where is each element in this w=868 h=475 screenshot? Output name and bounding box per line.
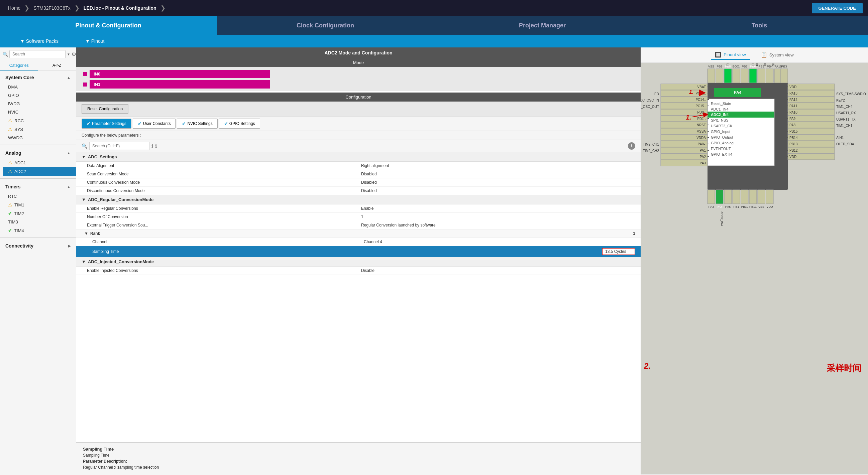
tab-clock-configuration[interactable]: Clock Configuration	[217, 16, 434, 35]
svg-text:PB9: PB9	[716, 65, 722, 68]
config-tab-user-constants[interactable]: ✔ User Constants	[133, 118, 176, 129]
svg-text:KEY2: KEY2	[836, 99, 845, 102]
sidebar-tab-atoz[interactable]: A->Z	[38, 61, 76, 70]
svg-text:PA4: PA4	[734, 90, 742, 95]
table-row: Data Alignment Right alignment	[76, 162, 641, 170]
config-tab-nvic-settings[interactable]: ✔ NVIC Settings	[177, 118, 217, 129]
tab-pinout-configuration[interactable]: Pinout & Configuration	[0, 16, 217, 35]
breadcrumb-home[interactable]: Home	[5, 4, 23, 12]
params-search-input[interactable]	[89, 142, 150, 150]
warning-icon-sys: ⚠	[8, 127, 12, 132]
svg-text:TIM1_CH1: TIM1_CH1	[836, 124, 852, 128]
mode-item-in1: IN1	[83, 80, 634, 89]
sidebar-item-tim3[interactable]: TIM3	[3, 218, 76, 226]
sidebar-item-sys[interactable]: ⚠SYS	[3, 125, 76, 134]
breadcrumb-sep-2: ❯	[74, 4, 80, 12]
svg-text:USART2_CK: USART2_CK	[711, 124, 733, 128]
generate-code-button[interactable]: GENERATE CODE	[812, 3, 863, 13]
sidebar-item-tim1[interactable]: ⚠TIM1	[3, 200, 76, 209]
table-row-sampling-time[interactable]: Sampling Time 13.5 Cycles	[76, 246, 641, 257]
sidebar-section-analog: Analog ▲ ⚠ADC1 ⚠ADC2	[0, 146, 76, 177]
tab-check-icon-param: ✔	[87, 121, 91, 126]
svg-text:PD1-.: PD1-.	[697, 117, 706, 121]
svg-text:PA4: PA4	[717, 205, 722, 208]
subgroup-rank-header[interactable]: ▼ Rank 1	[76, 230, 641, 238]
sampling-time-value[interactable]: 13.5 Cycles	[602, 248, 635, 255]
view-tab-system[interactable]: 📋 System view	[757, 50, 798, 60]
mode-title: Mode	[76, 58, 641, 67]
svg-text:RCC_OSC_IN: RCC_OSC_IN	[641, 99, 659, 102]
sidebar-section-header-connectivity[interactable]: Connectivity ▶	[0, 240, 76, 251]
mode-item-bar-in0[interactable]: IN0	[90, 70, 270, 78]
svg-rect-120	[741, 69, 748, 83]
params-info-icon-2[interactable]: ℹ	[155, 143, 157, 149]
sidebar-tab-bar: Categories A->Z	[0, 61, 76, 71]
sidebar-gear-icon[interactable]: ⚙	[71, 51, 76, 58]
svg-rect-130	[780, 69, 788, 83]
view-tab-pinout[interactable]: 🔲 Pinout view	[711, 50, 750, 60]
svg-text:VDDA: VDDA	[696, 136, 706, 140]
config-tabs: ✔ Parameter Settings ✔ User Constants ✔ …	[76, 116, 641, 131]
config-tab-parameter-settings[interactable]: ✔ Parameter Settings	[82, 118, 131, 129]
sidebar-section-header-system-core[interactable]: System Core ▲	[0, 72, 76, 83]
warning-icon-rcc: ⚠	[8, 118, 12, 123]
sidebar-item-rtc[interactable]: RTC	[3, 192, 76, 200]
tree-group-header-adc-settings[interactable]: ▼ ADC_Settings	[76, 152, 641, 162]
svg-text:SPI1_NSS: SPI1_NSS	[711, 118, 728, 122]
info-panel-title: Sampling Time	[83, 447, 634, 452]
svg-text:BOO.: BOO.	[733, 65, 740, 68]
svg-text:TIM2_CH2: TIM2_CH2	[643, 149, 659, 152]
breadcrumb-file[interactable]: LED.ioc - Pinout & Configuration	[81, 4, 159, 12]
sidebar-search-input[interactable]	[9, 50, 65, 58]
sidebar: 🔍 ▼ ⚙ Categories A->Z System Core ▲ DMA …	[0, 47, 76, 475]
tree-group-collapse-icon-regular: ▼	[82, 197, 86, 202]
svg-text:PA1: PA1	[700, 149, 706, 152]
sidebar-item-rcc[interactable]: ⚠RCC	[3, 116, 76, 125]
sidebar-item-nvic[interactable]: NVIC	[3, 108, 76, 116]
sidebar-item-iwdg[interactable]: IWDG	[3, 100, 76, 108]
sidebar-dropdown-arrow[interactable]: ▼	[67, 53, 70, 56]
config-tab-gpio-settings[interactable]: ✔ GPIO Settings	[219, 118, 260, 129]
svg-text:LED: LED	[653, 92, 659, 96]
svg-text:TIM1_CH4: TIM1_CH4	[836, 105, 852, 108]
info-panel: Sampling Time Sampling Time Parameter De…	[76, 442, 641, 475]
sidebar-item-adc1[interactable]: ⚠ADC1	[3, 158, 76, 167]
warning-icon-adc1: ⚠	[8, 160, 12, 165]
sidebar-item-tim4[interactable]: ✔TIM4	[3, 226, 76, 235]
tree-group-header-adc-regular[interactable]: ▼ ADC_Regular_ConversionMode	[76, 195, 641, 204]
mode-item-bar-in1[interactable]: IN1	[90, 80, 270, 89]
svg-text:OLED_SCL: OLED_SCL	[763, 63, 767, 66]
sidebar-item-adc2[interactable]: ⚠ADC2	[3, 167, 76, 176]
svg-rect-147	[749, 190, 757, 204]
svg-text:PB14: PB14	[789, 136, 798, 140]
chip-area: D3C8Tx 48 PA4 ADC2_IN4 Reset_State Reset…	[641, 63, 868, 474]
tree-group-header-adc-injected[interactable]: ▼ ADC_Injected_ConversionMode	[76, 257, 641, 267]
svg-text:SYS_JTCK-SWCLK: SYS_JTCK-SWCLK	[772, 63, 775, 66]
info-panel-desc: Regular Channel x sampling time selectio…	[83, 465, 634, 470]
info-panel-param-desc-label: Parameter Description:	[83, 459, 634, 464]
svg-text:PA12: PA12	[789, 98, 798, 102]
svg-rect-111	[708, 69, 715, 83]
chinese-text-annotation: 采样时间	[827, 363, 861, 374]
reset-configuration-button[interactable]: Reset Configuration	[82, 104, 128, 113]
sidebar-item-wwdg[interactable]: WWDG	[3, 134, 76, 142]
main-tab-bar: Pinout & Configuration Clock Configurati…	[0, 16, 868, 35]
sidebar-item-tim2[interactable]: ✔TIM2	[3, 209, 76, 218]
svg-text:PA10: PA10	[789, 110, 798, 114]
sub-nav-pinout[interactable]: ▼ Pinout	[85, 38, 104, 44]
svg-text:PA9: PA9	[789, 117, 796, 121]
tab-tools[interactable]: Tools	[651, 16, 868, 35]
mode-item-dot-in0	[83, 72, 87, 76]
params-info-button[interactable]: ℹ	[628, 142, 635, 150]
params-info-icon-1[interactable]: ℹ	[152, 143, 153, 149]
tab-project-manager[interactable]: Project Manager	[434, 16, 651, 35]
sidebar-section-header-timers[interactable]: Timers ▲	[0, 181, 76, 192]
sidebar-item-gpio[interactable]: GPIO	[3, 91, 76, 100]
sub-nav-software-packs[interactable]: ▼ Software Packs	[20, 38, 59, 44]
breadcrumb-mcu[interactable]: STM32F103C8Tx	[31, 4, 73, 12]
sidebar-item-dma[interactable]: DMA	[3, 83, 76, 91]
sidebar-tab-categories[interactable]: Categories	[0, 61, 38, 70]
sidebar-section-header-analog[interactable]: Analog ▲	[0, 148, 76, 158]
table-row: Number Of Conversion 1	[76, 213, 641, 221]
sidebar-section-timers: Timers ▲ RTC ⚠TIM1 ✔TIM2 TIM3 ✔TIM4	[0, 180, 76, 236]
